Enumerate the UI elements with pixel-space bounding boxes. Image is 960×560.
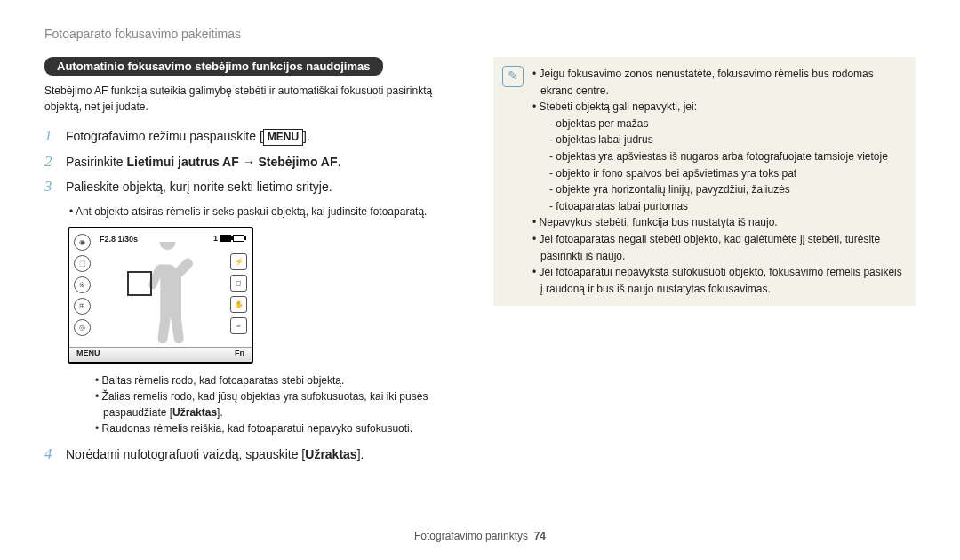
list-item: Baltas rėmelis rodo, kad fotoaparatas st… bbox=[103, 372, 467, 388]
list-item: Raudonas rėmelis reiškia, kad fotoaparat… bbox=[103, 420, 467, 436]
page-header: Fotoaparato fokusavimo pakeitimas bbox=[44, 27, 916, 41]
info-icon: ✎ bbox=[502, 66, 524, 87]
list-item: Žalias rėmelis rodo, kad jūsų objektas y… bbox=[103, 388, 467, 420]
menu-icon: ≡ bbox=[230, 317, 247, 334]
list-item: objektas yra apšviestas iš nugaros arba … bbox=[557, 148, 903, 165]
step-4: 4 Norėdami nufotografuoti vaizdą, spausk… bbox=[44, 445, 467, 464]
section-title: Automatinio fokusavimo stebėjimo funkcij… bbox=[44, 57, 383, 76]
right-column: ✎ Jeigu fokusavimo zonos nenustatėte, fo… bbox=[493, 57, 916, 519]
step-3: 3 Palieskite objektą, kurį norite sekti … bbox=[44, 178, 467, 196]
fn-label: Fn bbox=[235, 348, 244, 362]
status-icons: 1 bbox=[213, 234, 244, 243]
menu-label: MENU bbox=[76, 348, 100, 362]
step-number: 1 bbox=[44, 127, 59, 145]
page-footer: Fotografavimo parinktys 74 bbox=[44, 519, 916, 542]
step-text: Palieskite objektą, kurį norite sekti li… bbox=[66, 179, 332, 196]
frame-color-bullets: Baltas rėmelis rodo, kad fotoaparatas st… bbox=[68, 372, 467, 436]
step-number: 2 bbox=[44, 153, 59, 171]
list-item: Jei fotoaparatui nepavyksta sufokusuoti … bbox=[540, 264, 903, 297]
focus-rectangle bbox=[127, 271, 152, 296]
step-text: Fotografavimo režimu paspauskite [MENU]. bbox=[66, 128, 310, 146]
mode-icon: ⬚ bbox=[74, 255, 91, 272]
step-2: 2 Pasirinkite Lietimui jautrus AF → Steb… bbox=[44, 153, 467, 172]
battery-icon bbox=[233, 235, 244, 242]
list-item: Nepavykus stebėti, funkcija bus nustatyt… bbox=[540, 214, 903, 231]
list-item: Jei fotoaparatas negali stebėti objekto,… bbox=[540, 231, 903, 264]
list-item: objektas labai judrus bbox=[557, 132, 903, 148]
intro-text: Stebėjimo AF funkcija suteikia galimybę … bbox=[44, 83, 467, 115]
right-icon-column: ⚡ ◻ ✋ ≡ bbox=[230, 253, 247, 334]
menu-badge: MENU bbox=[263, 129, 303, 146]
note-box: ✎ Jeigu fokusavimo zonos nenustatėte, fo… bbox=[493, 57, 916, 306]
list-item: objekte yra horizontalių linijų, pavyzdž… bbox=[557, 181, 903, 198]
left-column: Automatinio fokusavimo stebėjimo funkcij… bbox=[44, 57, 467, 519]
step-text: Pasirinkite Lietimui jautrus AF → Stebėj… bbox=[66, 154, 340, 172]
screen-bottom-bar: MENU Fn bbox=[69, 347, 252, 362]
list-item: Jeigu fokusavimo zonos nenustatėte, foku… bbox=[540, 66, 903, 99]
step-3-sub: Ant objekto atsiras rėmelis ir seks pask… bbox=[69, 204, 467, 220]
mode-icon: ◉ bbox=[74, 234, 91, 251]
timer-icon: ◻ bbox=[230, 275, 247, 292]
list-item: objektas per mažas bbox=[557, 116, 903, 132]
left-icon-column: ◉ ⬚ ※ ⊞ ◎ bbox=[74, 234, 91, 336]
step-number: 3 bbox=[44, 178, 59, 196]
battery-icon bbox=[220, 235, 231, 242]
mode-icon: ※ bbox=[74, 276, 91, 293]
mode-icon: ⊞ bbox=[74, 298, 91, 315]
list-item: Stebėti objektą gali nepavykti, jei: obj… bbox=[540, 99, 903, 214]
list-item: fotoaparatas labai purtomas bbox=[557, 198, 903, 215]
step-1: 1 Fotografavimo režimu paspauskite [MENU… bbox=[44, 127, 467, 146]
list-item: objekto ir fono spalvos bei apšvietimas … bbox=[557, 165, 903, 182]
step-number: 4 bbox=[44, 445, 59, 463]
mode-icon: ◎ bbox=[74, 319, 91, 336]
stabilize-icon: ✋ bbox=[230, 296, 247, 313]
step-text: Norėdami nufotografuoti vaizdą, spauskit… bbox=[66, 446, 364, 464]
flash-icon: ⚡ bbox=[230, 253, 247, 270]
camera-screen-preview: ◉ ⬚ ※ ⊞ ◎ F2.8 1/30s 1 ⚡ ◻ ✋ ≡ bbox=[68, 227, 253, 364]
